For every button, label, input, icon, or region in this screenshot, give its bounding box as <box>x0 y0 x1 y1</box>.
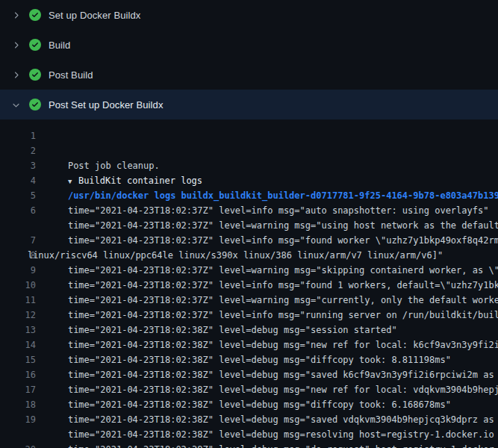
line-number[interactable]: 17 <box>6 382 36 397</box>
log-line: 18 time="2021-04-23T18:02:38Z" level=deb… <box>6 397 492 412</box>
line-number[interactable]: 16 <box>6 367 36 382</box>
log-line: 10 time="2021-04-23T18:02:37Z" level=inf… <box>6 278 492 293</box>
line-number[interactable]: 9 <box>6 263 36 278</box>
line-number[interactable]: 19 <box>6 412 36 427</box>
line-number[interactable]: 6 <box>6 203 36 218</box>
line-number[interactable]: 15 <box>6 352 36 367</box>
step-label: Post Build <box>49 69 93 81</box>
line-number[interactable]: 10 <box>6 278 36 293</box>
check-circle-icon <box>29 99 41 111</box>
step-row-0[interactable]: Set up Docker Buildx <box>0 0 498 30</box>
log-line: linux/riscv64 linux/ppc64le linux/s390x … <box>6 218 492 233</box>
log-line: 13 time="2021-04-23T18:02:38Z" level=deb… <box>6 323 492 337</box>
step-row-1[interactable]: Build <box>0 30 498 60</box>
check-circle-icon <box>29 9 41 21</box>
log-line: 16 time="2021-04-23T18:02:38Z" level=deb… <box>6 367 492 382</box>
chevron-icon[interactable] <box>10 40 21 50</box>
log-line: 3 /usr/bin/docker logs buildx_buildkit_b… <box>6 158 492 173</box>
log-line: 8 time="2021-04-23T18:02:37Z" level=info… <box>6 248 492 263</box>
step-label: Post Set up Docker Buildx <box>49 99 164 111</box>
log-line: 19 time="2021-04-23T18:02:38Z" level=deb… <box>6 412 492 427</box>
check-circle-icon <box>29 69 41 81</box>
line-number[interactable]: 14 <box>6 337 36 352</box>
line-number[interactable]: 18 <box>6 397 36 412</box>
step-label: Set up Docker Buildx <box>49 10 140 21</box>
log-line: 14 time="2021-04-23T18:02:38Z" level=deb… <box>6 337 492 352</box>
log-line: 11 time="2021-04-23T18:02:38Z" level=deb… <box>6 293 492 308</box>
line-number[interactable]: 13 <box>6 323 36 337</box>
log-line: 12 time="2021-04-23T18:02:38Z" level=deb… <box>6 308 492 323</box>
log-panel: 1 Post job cleanup. 2 ▼BuildKit containe… <box>0 119 498 448</box>
line-number[interactable]: 8 <box>6 248 36 263</box>
log-line: 7 time="2021-04-23T18:02:37Z" level=warn… <box>6 233 492 248</box>
line-number[interactable]: 7 <box>6 233 36 248</box>
line-number[interactable]: 5 <box>6 188 36 203</box>
step-row-3[interactable]: Post Set up Docker Buildx <box>0 90 498 119</box>
chevron-icon[interactable] <box>10 69 21 80</box>
steps-list: Set up Docker Buildx Build P <box>0 0 498 119</box>
log-line: 17 time="2021-04-23T18:02:38Z" level=deb… <box>6 382 492 397</box>
log-line: application/vnd.oci.image.index.v1+json,… <box>6 427 492 442</box>
log-line: 1 Post job cleanup. <box>6 128 492 143</box>
log-line: 2 ▼BuildKit container logs <box>6 143 492 158</box>
line-number[interactable]: 11 <box>6 293 36 308</box>
log-line: 9 time="2021-04-23T18:02:37Z" level=warn… <box>6 263 492 278</box>
line-number[interactable]: 3 <box>6 158 36 173</box>
step-label: Build <box>49 40 70 51</box>
log-line: 4 time="2021-04-23T18:02:37Z" level=info… <box>6 173 492 188</box>
line-number[interactable]: 1 <box>6 128 36 143</box>
actions-log-viewer: Set up Docker Buildx Build P <box>0 0 498 448</box>
line-number[interactable]: 4 <box>6 173 36 188</box>
log-line: 5 time="2021-04-23T18:02:37Z" level=warn… <box>6 188 492 203</box>
line-number[interactable]: 12 <box>6 308 36 323</box>
line-number[interactable]: 2 <box>6 143 36 158</box>
line-number[interactable]: 20 <box>6 442 36 448</box>
log-line: 20 time="2021-04-23T18:02:38Z" level=deb… <box>6 442 492 448</box>
step-row-2[interactable]: Post Build <box>0 60 498 90</box>
chevron-icon[interactable] <box>10 10 21 20</box>
check-circle-icon <box>29 39 41 51</box>
log-line: 6 time="2021-04-23T18:02:37Z" level=info… <box>6 203 492 218</box>
log-line: 15 time="2021-04-23T18:02:38Z" level=deb… <box>6 352 492 367</box>
chevron-icon[interactable] <box>10 99 21 110</box>
